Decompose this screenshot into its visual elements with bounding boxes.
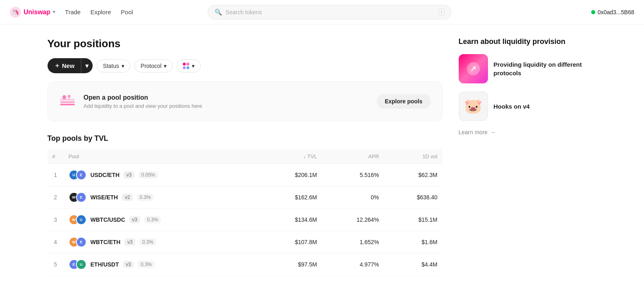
nav-explore[interactable]: Explore xyxy=(90,9,111,15)
table-row[interactable]: 4 W E WBTC/ETH v3 0.3% $107.8M 1.652% $1… xyxy=(48,231,442,253)
header: 🦄 Uniswap ▾ Trade Explore Pool 🔍 Search … xyxy=(0,0,644,24)
pool-name: WISE/ETH xyxy=(91,194,118,201)
token-icons: W E xyxy=(69,237,87,247)
learn-card-1-text: Providing liquidity on different protoco… xyxy=(494,60,597,77)
row-number: 3 xyxy=(48,209,64,231)
tvl-sort-arrow-icon: ↓ xyxy=(303,153,307,159)
col-apr: APR xyxy=(322,149,384,164)
plus-icon: ＋ xyxy=(54,62,60,70)
row-tvl: $134.6M xyxy=(260,209,322,231)
logo[interactable]: 🦄 Uniswap ▾ xyxy=(10,7,55,18)
learn-section-title: Learn about liquidity provision xyxy=(459,37,597,46)
wallet-address-text: 0x0ad3...5B68 xyxy=(598,9,634,15)
left-panel: Your positions ＋ New ▾ Status ▾ Protocol… xyxy=(48,37,442,276)
svg-rect-2 xyxy=(60,99,75,100)
row-apr: 0% xyxy=(322,186,384,209)
pool-icon xyxy=(59,92,76,111)
status-filter-label: Status xyxy=(103,63,119,69)
col-vol: 1D vol xyxy=(384,149,442,164)
row-apr: 4.977% xyxy=(322,253,384,276)
pool-name: WBTC/ETH xyxy=(91,239,121,245)
dots-filter[interactable]: ▾ xyxy=(177,59,201,72)
new-button-dropdown-icon[interactable]: ▾ xyxy=(81,59,93,73)
row-pool: W E WBTC/ETH v3 0.3% xyxy=(64,231,261,253)
page-title: Your positions xyxy=(48,37,442,50)
pool-name: ETH/USDT xyxy=(91,261,119,268)
pool-name: WBTC/USDC xyxy=(91,216,126,223)
learn-more-arrow-icon: → xyxy=(490,129,496,135)
row-tvl: $107.8M xyxy=(260,231,322,253)
pool-version-badge: v3 xyxy=(129,216,140,223)
col-tvl: ↓ TVL xyxy=(260,149,322,164)
learn-card-2[interactable]: 🐷 Hooks on v4 xyxy=(459,92,597,121)
uniswap-logo-icon: 🦄 xyxy=(10,7,21,18)
new-button[interactable]: ＋ New ▾ xyxy=(48,58,93,73)
svg-rect-3 xyxy=(60,101,75,103)
search-shortcut-badge: / xyxy=(438,9,445,16)
main-content: Your positions ＋ New ▾ Status ▾ Protocol… xyxy=(38,24,607,289)
pool-fee-badge: 0.05% xyxy=(139,171,158,179)
status-chevron-icon: ▾ xyxy=(121,63,124,69)
new-button-label: New xyxy=(62,62,75,69)
empty-state: Open a pool position Add liquidity to a … xyxy=(48,81,442,121)
pool-fee-badge: 0.3% xyxy=(139,238,156,246)
token-icons: W E xyxy=(69,192,87,203)
top-pools-title: Top pools by TVL xyxy=(48,134,442,143)
svg-rect-4 xyxy=(60,104,75,105)
dots-grid-icon xyxy=(183,63,189,69)
wallet-button[interactable]: 0x0ad3...5B68 xyxy=(591,9,634,15)
learn-more-label: Learn more xyxy=(459,129,488,135)
learn-card-1-thumbnail: ↗ xyxy=(459,54,488,83)
pool-fee-badge: 0.3% xyxy=(144,216,161,223)
wallet-connected-icon xyxy=(591,10,595,14)
pool-fee-badge: 0.3% xyxy=(137,194,154,201)
explore-pools-button[interactable]: Explore pools xyxy=(377,94,431,109)
nav-trade[interactable]: Trade xyxy=(65,9,81,15)
col-number: # xyxy=(48,149,64,164)
empty-state-description: Add liquidity to a pool and view your po… xyxy=(84,103,202,109)
row-vol: $1.6M xyxy=(384,231,442,253)
empty-state-text: Open a pool position Add liquidity to a … xyxy=(84,94,202,109)
status-filter[interactable]: Status ▾ xyxy=(97,59,130,72)
table-row[interactable]: 5 E U ETH/USDT v3 0.3% $97.5M 4.977% $4.… xyxy=(48,253,442,276)
nav-pool[interactable]: Pool xyxy=(121,9,133,15)
protocol-filter-label: Protocol xyxy=(141,63,161,69)
table-row[interactable]: 3 W U WBTC/USDC v3 0.3% $134.6M 12.264% … xyxy=(48,209,442,231)
row-pool: E U ETH/USDT v3 0.3% xyxy=(64,253,261,276)
learn-more-link[interactable]: Learn more → xyxy=(459,129,597,135)
learn-card-2-emoji-icon: 🐷 xyxy=(464,98,482,115)
main-nav: Trade Explore Pool xyxy=(65,9,133,15)
protocol-chevron-icon: ▾ xyxy=(164,63,167,69)
col-pool: Pool xyxy=(64,149,261,164)
row-tvl: $162.6M xyxy=(260,186,322,209)
protocol-filter[interactable]: Protocol ▾ xyxy=(134,59,173,72)
pool-illustration-icon xyxy=(59,92,76,108)
pool-version-badge: v3 xyxy=(124,238,135,246)
learn-card-1-arrow-icon: ↗ xyxy=(467,62,480,75)
table-row[interactable]: 2 W E WISE/ETH v2 0.3% $162.6M 0% $638.4… xyxy=(48,186,442,209)
row-number: 2 xyxy=(48,186,64,209)
pool-name: USDC/ETH xyxy=(91,172,120,178)
token-icons: U E xyxy=(69,170,87,180)
token-icon-2: U xyxy=(76,259,87,270)
row-apr: 12.264% xyxy=(322,209,384,231)
search-bar[interactable]: 🔍 Search tokens / xyxy=(208,5,451,20)
row-pool: W E WISE/ETH v2 0.3% xyxy=(64,186,261,209)
token-icon-2: E xyxy=(76,192,87,203)
learn-card-2-thumbnail: 🐷 xyxy=(459,92,488,121)
table-header-row: # Pool ↓ TVL APR 1D vol xyxy=(48,149,442,164)
token-icons: E U xyxy=(69,259,87,270)
toolbar: ＋ New ▾ Status ▾ Protocol ▾ xyxy=(48,58,442,73)
table-row[interactable]: 1 U E USDC/ETH v3 0.05% $206.1M 5.516% $… xyxy=(48,164,442,186)
new-button-main[interactable]: ＋ New xyxy=(48,58,81,73)
token-icon-2: E xyxy=(76,237,87,247)
learn-card-1[interactable]: ↗ Providing liquidity on different proto… xyxy=(459,54,597,83)
pool-version-badge: v3 xyxy=(123,261,134,268)
row-number: 5 xyxy=(48,253,64,276)
token-icons: W U xyxy=(69,214,87,225)
pool-version-badge: v2 xyxy=(122,194,133,201)
search-input[interactable]: Search tokens xyxy=(226,9,435,15)
row-vol: $638.40 xyxy=(384,186,442,209)
row-number: 1 xyxy=(48,164,64,186)
pool-version-badge: v3 xyxy=(124,171,134,179)
